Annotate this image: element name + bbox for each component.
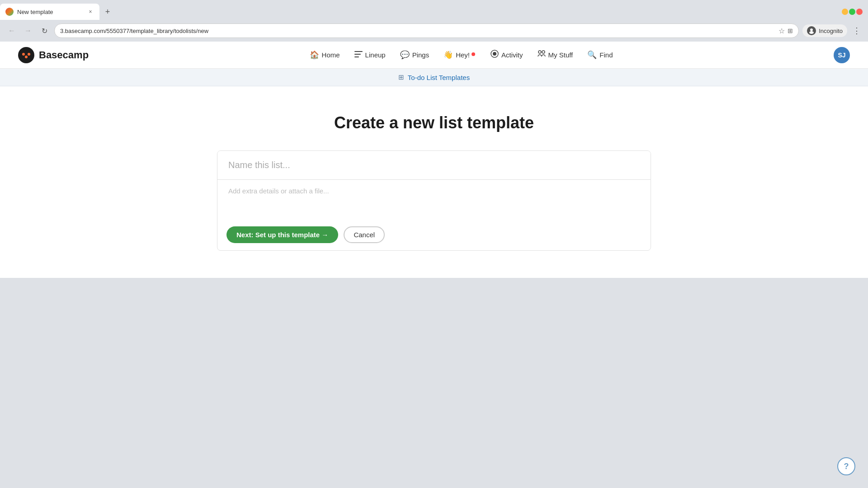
svg-rect-6 xyxy=(354,51,363,52)
nav-hey[interactable]: 👋 Hey! xyxy=(437,47,482,63)
tab-favicon xyxy=(5,8,14,16)
breadcrumb-link[interactable]: To-do List Templates xyxy=(408,74,470,81)
back-button[interactable]: ← xyxy=(5,24,18,37)
lineup-icon xyxy=(354,51,363,60)
nav-find[interactable]: 🔍 Find xyxy=(581,47,619,63)
find-icon: 🔍 xyxy=(587,50,597,60)
form-actions: Next: Set up this template → Cancel xyxy=(217,219,651,250)
svg-point-0 xyxy=(810,28,813,31)
help-button[interactable]: ? xyxy=(837,457,855,475)
svg-rect-7 xyxy=(354,54,361,55)
new-tab-button[interactable]: + xyxy=(101,5,114,18)
svg-rect-8 xyxy=(354,56,359,57)
nav-find-label: Find xyxy=(599,51,613,59)
brand-logo xyxy=(18,47,34,63)
minimize-button[interactable] xyxy=(842,9,848,15)
activity-icon xyxy=(491,50,499,60)
app-content: Basecamp 🏠 Home Lineup xyxy=(0,42,868,278)
template-form: Next: Set up this template → Cancel xyxy=(217,150,651,251)
incognito-button[interactable]: Incognito xyxy=(802,24,847,37)
nav-mystuff[interactable]: My Stuff xyxy=(531,47,580,63)
mystuff-icon xyxy=(538,50,546,60)
nav-pings[interactable]: 💬 Pings xyxy=(394,47,436,63)
extensions-icon[interactable]: ⊞ xyxy=(788,27,793,34)
nav-links: 🏠 Home Lineup 💬 Pings xyxy=(303,46,619,64)
page-title: Create a new list template xyxy=(334,113,534,132)
reload-button[interactable]: ↻ xyxy=(38,24,51,37)
incognito-label: Incognito xyxy=(819,28,843,34)
breadcrumb-icon: ⊞ xyxy=(398,73,404,81)
svg-point-10 xyxy=(493,52,496,56)
main-content: Create a new list template Next: Set up … xyxy=(0,86,868,278)
user-avatar[interactable]: SJ xyxy=(834,47,850,63)
svg-point-3 xyxy=(22,53,25,56)
nav-pings-label: Pings xyxy=(412,51,429,59)
nav-home[interactable]: 🏠 Home xyxy=(303,47,346,63)
hey-notification-badge xyxy=(472,52,475,56)
tab-close-button[interactable]: × xyxy=(87,8,94,15)
omnibar: ← → ↻ 3.basecamp.com/5550377/template_li… xyxy=(0,20,868,42)
omnibar-right: Incognito ⋮ xyxy=(802,24,863,38)
nav-activity-label: Activity xyxy=(501,51,523,59)
hey-icon: 👋 xyxy=(443,50,453,60)
pings-icon: 💬 xyxy=(400,50,410,60)
window-controls xyxy=(842,9,868,15)
address-icons: ☆ ⊞ xyxy=(778,27,793,35)
home-icon: 🏠 xyxy=(310,50,319,60)
browser-menu-button[interactable]: ⋮ xyxy=(851,24,863,38)
svg-point-4 xyxy=(28,53,30,56)
close-button[interactable] xyxy=(856,9,863,15)
url-text: 3.basecamp.com/5550377/template_library/… xyxy=(60,28,775,34)
breadcrumb-bar: ⊞ To-do List Templates xyxy=(0,69,868,86)
svg-point-12 xyxy=(542,51,545,53)
svg-point-5 xyxy=(25,56,28,58)
list-name-input[interactable] xyxy=(217,151,651,180)
svg-point-2 xyxy=(18,47,34,63)
tab-bar: New template × + xyxy=(0,0,868,20)
brand-name: Basecamp xyxy=(39,49,89,61)
breadcrumb: ⊞ To-do List Templates xyxy=(398,73,470,81)
star-icon[interactable]: ☆ xyxy=(778,27,785,35)
nav-mystuff-label: My Stuff xyxy=(548,51,573,59)
nav-home-label: Home xyxy=(322,51,340,59)
list-details-textarea[interactable] xyxy=(217,180,651,217)
next-button[interactable]: Next: Set up this template → xyxy=(226,226,338,243)
cancel-button[interactable]: Cancel xyxy=(344,226,385,243)
brand[interactable]: Basecamp xyxy=(18,47,89,63)
nav-activity[interactable]: Activity xyxy=(484,46,529,64)
svg-point-11 xyxy=(538,51,541,53)
incognito-icon xyxy=(807,26,816,35)
app-navbar: Basecamp 🏠 Home Lineup xyxy=(0,42,868,69)
nav-lineup-label: Lineup xyxy=(365,51,386,59)
nav-hey-label: Hey! xyxy=(456,51,470,59)
forward-button[interactable]: → xyxy=(22,24,34,37)
nav-lineup[interactable]: Lineup xyxy=(348,47,392,63)
address-bar[interactable]: 3.basecamp.com/5550377/template_library/… xyxy=(54,23,799,38)
svg-point-1 xyxy=(809,31,814,34)
active-tab: New template × xyxy=(0,4,99,20)
maximize-button[interactable] xyxy=(849,9,855,15)
tab-title: New template xyxy=(17,9,83,15)
